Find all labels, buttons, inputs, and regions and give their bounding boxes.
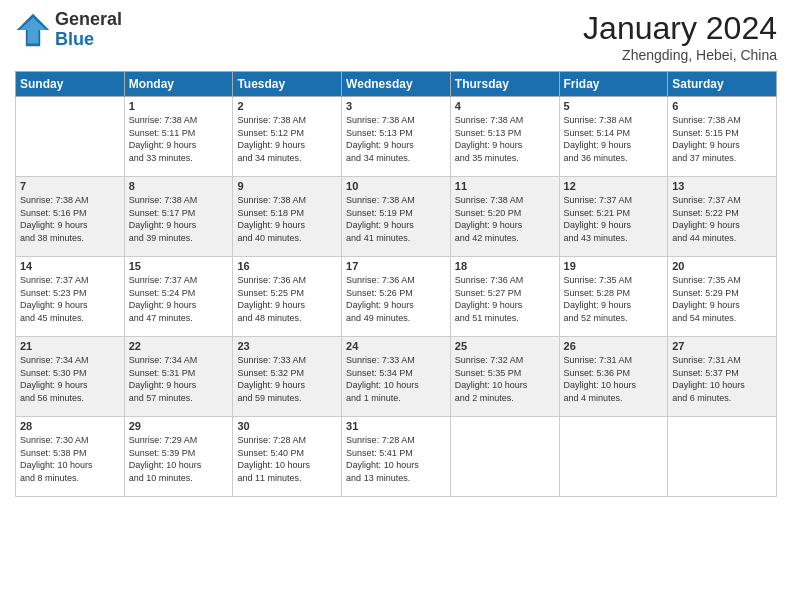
calendar-cell: 19Sunrise: 7:35 AM Sunset: 5:28 PM Dayli…: [559, 257, 668, 337]
calendar-week-5: 28Sunrise: 7:30 AM Sunset: 5:38 PM Dayli…: [16, 417, 777, 497]
calendar-cell: 24Sunrise: 7:33 AM Sunset: 5:34 PM Dayli…: [342, 337, 451, 417]
day-number: 11: [455, 180, 555, 192]
day-number: 19: [564, 260, 664, 272]
day-info: Sunrise: 7:37 AM Sunset: 5:22 PM Dayligh…: [672, 194, 772, 244]
col-saturday: Saturday: [668, 72, 777, 97]
calendar-cell: 7Sunrise: 7:38 AM Sunset: 5:16 PM Daylig…: [16, 177, 125, 257]
calendar-week-4: 21Sunrise: 7:34 AM Sunset: 5:30 PM Dayli…: [16, 337, 777, 417]
day-info: Sunrise: 7:38 AM Sunset: 5:19 PM Dayligh…: [346, 194, 446, 244]
page-container: General Blue January 2024 Zhengding, Heb…: [0, 0, 792, 507]
day-number: 24: [346, 340, 446, 352]
calendar-cell: [668, 417, 777, 497]
day-info: Sunrise: 7:38 AM Sunset: 5:11 PM Dayligh…: [129, 114, 229, 164]
title-block: January 2024 Zhengding, Hebei, China: [583, 10, 777, 63]
day-number: 13: [672, 180, 772, 192]
header-row: Sunday Monday Tuesday Wednesday Thursday…: [16, 72, 777, 97]
day-info: Sunrise: 7:32 AM Sunset: 5:35 PM Dayligh…: [455, 354, 555, 404]
day-number: 3: [346, 100, 446, 112]
day-number: 20: [672, 260, 772, 272]
col-sunday: Sunday: [16, 72, 125, 97]
calendar-week-1: 1Sunrise: 7:38 AM Sunset: 5:11 PM Daylig…: [16, 97, 777, 177]
day-info: Sunrise: 7:38 AM Sunset: 5:13 PM Dayligh…: [346, 114, 446, 164]
day-number: 15: [129, 260, 229, 272]
calendar-table: Sunday Monday Tuesday Wednesday Thursday…: [15, 71, 777, 497]
day-info: Sunrise: 7:28 AM Sunset: 5:41 PM Dayligh…: [346, 434, 446, 484]
calendar-cell: 27Sunrise: 7:31 AM Sunset: 5:37 PM Dayli…: [668, 337, 777, 417]
calendar-cell: [16, 97, 125, 177]
day-info: Sunrise: 7:38 AM Sunset: 5:16 PM Dayligh…: [20, 194, 120, 244]
calendar-cell: 12Sunrise: 7:37 AM Sunset: 5:21 PM Dayli…: [559, 177, 668, 257]
day-info: Sunrise: 7:38 AM Sunset: 5:12 PM Dayligh…: [237, 114, 337, 164]
day-info: Sunrise: 7:38 AM Sunset: 5:13 PM Dayligh…: [455, 114, 555, 164]
logo-text: General Blue: [55, 10, 122, 50]
day-info: Sunrise: 7:37 AM Sunset: 5:24 PM Dayligh…: [129, 274, 229, 324]
calendar-cell: 28Sunrise: 7:30 AM Sunset: 5:38 PM Dayli…: [16, 417, 125, 497]
calendar-cell: 14Sunrise: 7:37 AM Sunset: 5:23 PM Dayli…: [16, 257, 125, 337]
day-info: Sunrise: 7:38 AM Sunset: 5:18 PM Dayligh…: [237, 194, 337, 244]
calendar-cell: 18Sunrise: 7:36 AM Sunset: 5:27 PM Dayli…: [450, 257, 559, 337]
col-friday: Friday: [559, 72, 668, 97]
day-number: 12: [564, 180, 664, 192]
calendar-cell: [559, 417, 668, 497]
day-number: 8: [129, 180, 229, 192]
calendar-cell: 11Sunrise: 7:38 AM Sunset: 5:20 PM Dayli…: [450, 177, 559, 257]
calendar-cell: 13Sunrise: 7:37 AM Sunset: 5:22 PM Dayli…: [668, 177, 777, 257]
calendar-cell: 25Sunrise: 7:32 AM Sunset: 5:35 PM Dayli…: [450, 337, 559, 417]
day-info: Sunrise: 7:33 AM Sunset: 5:34 PM Dayligh…: [346, 354, 446, 404]
calendar-week-2: 7Sunrise: 7:38 AM Sunset: 5:16 PM Daylig…: [16, 177, 777, 257]
day-number: 27: [672, 340, 772, 352]
day-info: Sunrise: 7:31 AM Sunset: 5:36 PM Dayligh…: [564, 354, 664, 404]
calendar-cell: 6Sunrise: 7:38 AM Sunset: 5:15 PM Daylig…: [668, 97, 777, 177]
day-number: 28: [20, 420, 120, 432]
day-number: 29: [129, 420, 229, 432]
day-number: 31: [346, 420, 446, 432]
col-thursday: Thursday: [450, 72, 559, 97]
calendar-cell: 9Sunrise: 7:38 AM Sunset: 5:18 PM Daylig…: [233, 177, 342, 257]
header: General Blue January 2024 Zhengding, Heb…: [15, 10, 777, 63]
day-info: Sunrise: 7:37 AM Sunset: 5:23 PM Dayligh…: [20, 274, 120, 324]
calendar-cell: 8Sunrise: 7:38 AM Sunset: 5:17 PM Daylig…: [124, 177, 233, 257]
calendar-cell: 29Sunrise: 7:29 AM Sunset: 5:39 PM Dayli…: [124, 417, 233, 497]
calendar-cell: 3Sunrise: 7:38 AM Sunset: 5:13 PM Daylig…: [342, 97, 451, 177]
svg-marker-1: [20, 17, 47, 43]
day-info: Sunrise: 7:36 AM Sunset: 5:26 PM Dayligh…: [346, 274, 446, 324]
day-info: Sunrise: 7:38 AM Sunset: 5:14 PM Dayligh…: [564, 114, 664, 164]
day-info: Sunrise: 7:34 AM Sunset: 5:31 PM Dayligh…: [129, 354, 229, 404]
col-tuesday: Tuesday: [233, 72, 342, 97]
month-title: January 2024: [583, 10, 777, 47]
logo-blue: Blue: [55, 29, 94, 49]
calendar-cell: 31Sunrise: 7:28 AM Sunset: 5:41 PM Dayli…: [342, 417, 451, 497]
logo-icon: [15, 12, 51, 48]
day-number: 6: [672, 100, 772, 112]
day-number: 2: [237, 100, 337, 112]
day-info: Sunrise: 7:35 AM Sunset: 5:29 PM Dayligh…: [672, 274, 772, 324]
calendar-cell: 16Sunrise: 7:36 AM Sunset: 5:25 PM Dayli…: [233, 257, 342, 337]
calendar-cell: 15Sunrise: 7:37 AM Sunset: 5:24 PM Dayli…: [124, 257, 233, 337]
calendar-cell: 30Sunrise: 7:28 AM Sunset: 5:40 PM Dayli…: [233, 417, 342, 497]
logo: General Blue: [15, 10, 122, 50]
calendar-cell: 4Sunrise: 7:38 AM Sunset: 5:13 PM Daylig…: [450, 97, 559, 177]
day-number: 4: [455, 100, 555, 112]
day-number: 23: [237, 340, 337, 352]
day-number: 10: [346, 180, 446, 192]
calendar-cell: 5Sunrise: 7:38 AM Sunset: 5:14 PM Daylig…: [559, 97, 668, 177]
day-info: Sunrise: 7:35 AM Sunset: 5:28 PM Dayligh…: [564, 274, 664, 324]
day-info: Sunrise: 7:38 AM Sunset: 5:20 PM Dayligh…: [455, 194, 555, 244]
calendar-cell: 10Sunrise: 7:38 AM Sunset: 5:19 PM Dayli…: [342, 177, 451, 257]
calendar-cell: 23Sunrise: 7:33 AM Sunset: 5:32 PM Dayli…: [233, 337, 342, 417]
day-number: 9: [237, 180, 337, 192]
day-info: Sunrise: 7:28 AM Sunset: 5:40 PM Dayligh…: [237, 434, 337, 484]
calendar-week-3: 14Sunrise: 7:37 AM Sunset: 5:23 PM Dayli…: [16, 257, 777, 337]
day-number: 1: [129, 100, 229, 112]
calendar-cell: 2Sunrise: 7:38 AM Sunset: 5:12 PM Daylig…: [233, 97, 342, 177]
logo-general: General: [55, 9, 122, 29]
calendar-body: 1Sunrise: 7:38 AM Sunset: 5:11 PM Daylig…: [16, 97, 777, 497]
day-info: Sunrise: 7:36 AM Sunset: 5:27 PM Dayligh…: [455, 274, 555, 324]
day-number: 25: [455, 340, 555, 352]
day-number: 7: [20, 180, 120, 192]
day-info: Sunrise: 7:34 AM Sunset: 5:30 PM Dayligh…: [20, 354, 120, 404]
day-number: 18: [455, 260, 555, 272]
day-number: 5: [564, 100, 664, 112]
calendar-cell: 17Sunrise: 7:36 AM Sunset: 5:26 PM Dayli…: [342, 257, 451, 337]
day-number: 17: [346, 260, 446, 272]
